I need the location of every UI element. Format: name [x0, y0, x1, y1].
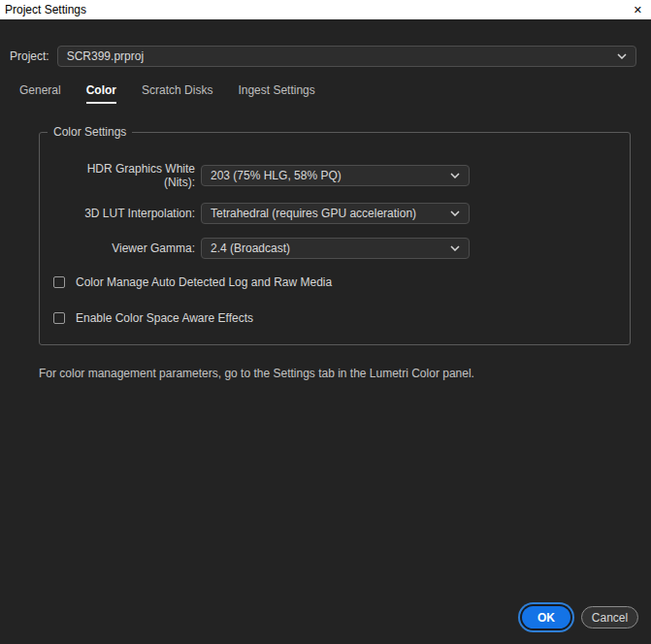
hdr-graphics-white-value: 203 (75% HLG, 58% PQ) — [211, 169, 342, 182]
tab-scratch-disks[interactable]: Scratch Disks — [142, 83, 212, 104]
project-dropdown-value: SCR399.prproj — [67, 49, 144, 63]
chevron-down-icon — [617, 53, 627, 59]
window-title: Project Settings — [5, 3, 634, 16]
lumetri-note: For color management parameters, go to t… — [39, 367, 632, 380]
chevron-down-icon — [450, 245, 460, 251]
viewer-gamma-value: 2.4 (Broadcast) — [211, 242, 290, 255]
project-dropdown[interactable]: SCR399.prproj — [57, 46, 636, 67]
viewer-gamma-row: Viewer Gamma: 2.4 (Broadcast) — [53, 238, 616, 259]
lut-interpolation-label: 3D LUT Interpolation: — [53, 207, 195, 220]
color-manage-log-raw-checkbox[interactable] — [53, 276, 65, 288]
lut-interpolation-value: Tetrahedral (requires GPU acceleration) — [211, 207, 416, 220]
hdr-graphics-white-label: HDR Graphics White (Nits): — [53, 162, 195, 189]
color-manage-log-raw-row: Color Manage Auto Detected Log and Raw M… — [53, 275, 616, 289]
color-space-aware-effects-checkbox[interactable] — [53, 312, 65, 324]
close-icon[interactable]: ✕ — [634, 5, 642, 16]
viewer-gamma-label: Viewer Gamma: — [53, 242, 195, 255]
hdr-graphics-white-dropdown[interactable]: 203 (75% HLG, 58% PQ) — [201, 165, 470, 186]
project-row: Project: SCR399.prproj — [10, 46, 636, 67]
ok-button[interactable]: OK — [522, 606, 570, 628]
group-title: Color Settings — [48, 125, 132, 139]
color-space-aware-effects-row: Enable Color Space Aware Effects — [53, 311, 616, 325]
title-bar: Project Settings ✕ — [0, 0, 651, 19]
color-settings-group: Color Settings HDR Graphics White (Nits)… — [39, 132, 631, 345]
tab-general[interactable]: General — [19, 83, 61, 104]
tab-color[interactable]: Color — [86, 83, 116, 104]
chevron-down-icon — [450, 210, 460, 216]
chevron-down-icon — [450, 173, 460, 178]
project-label: Project: — [10, 49, 49, 63]
dialog-buttons: OK Cancel — [522, 606, 638, 628]
color-manage-log-raw-label: Color Manage Auto Detected Log and Raw M… — [76, 275, 332, 289]
viewer-gamma-dropdown[interactable]: 2.4 (Broadcast) — [201, 238, 470, 259]
color-space-aware-effects-label: Enable Color Space Aware Effects — [76, 311, 253, 325]
lut-interpolation-row: 3D LUT Interpolation: Tetrahedral (requi… — [53, 203, 616, 224]
cancel-button[interactable]: Cancel — [581, 606, 638, 628]
hdr-graphics-white-row: HDR Graphics White (Nits): 203 (75% HLG,… — [53, 162, 616, 189]
lut-interpolation-dropdown[interactable]: Tetrahedral (requires GPU acceleration) — [201, 203, 470, 224]
tab-ingest-settings[interactable]: Ingest Settings — [238, 83, 314, 104]
settings-tabs: General Color Scratch Disks Ingest Setti… — [19, 83, 651, 104]
